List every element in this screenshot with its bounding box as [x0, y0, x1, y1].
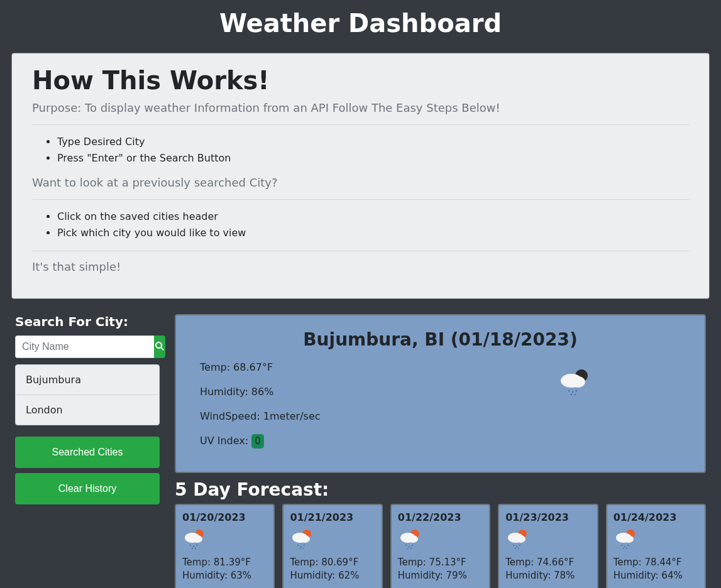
svg-point-21 — [304, 545, 305, 546]
svg-point-36 — [516, 546, 517, 547]
forecast-temp: Temp: 81.39°F — [182, 556, 267, 569]
divider — [32, 199, 689, 200]
svg-point-23 — [302, 548, 304, 549]
svg-point-47 — [626, 548, 627, 549]
list-item: Type Desired City — [57, 134, 689, 150]
instructions-steps-1: Type Desired City Press "Enter" or the S… — [57, 134, 689, 166]
svg-point-42 — [624, 535, 634, 543]
list-item: Press "Enter" or the Search Button — [57, 150, 689, 166]
svg-point-19 — [297, 545, 299, 546]
instructions-prev-heading: Want to look at a previously searched Ci… — [32, 176, 689, 189]
history-item[interactable]: London — [16, 395, 159, 425]
forecast-temp: Temp: 78.44°F — [614, 556, 698, 569]
svg-point-27 — [405, 545, 407, 546]
uv-badge: 0 — [251, 434, 264, 449]
svg-point-7 — [575, 394, 576, 395]
svg-point-29 — [412, 545, 413, 546]
svg-point-31 — [410, 548, 412, 549]
svg-point-34 — [515, 535, 526, 543]
search-icon — [155, 341, 165, 353]
current-weather-card: Bujumbura, BI (01/18/2023) Temp: 68.67°F… — [175, 314, 706, 473]
svg-point-45 — [627, 545, 629, 546]
forecast-title: 5 Day Forecast: — [175, 479, 706, 500]
svg-point-20 — [300, 546, 302, 547]
svg-point-37 — [519, 545, 520, 546]
clear-history-button[interactable]: Clear History — [15, 473, 160, 504]
city-search-input[interactable] — [15, 335, 154, 358]
forecast-date: 01/24/2023 — [614, 511, 698, 523]
svg-point-39 — [518, 548, 519, 549]
svg-point-14 — [192, 548, 193, 549]
sun-cloud-rain-icon — [290, 528, 375, 550]
svg-point-10 — [192, 535, 202, 543]
forecast-temp: Temp: 75.13°F — [398, 556, 483, 569]
forecast-date: 01/22/2023 — [398, 511, 483, 523]
sun-cloud-rain-icon — [182, 528, 267, 550]
svg-point-43 — [621, 545, 622, 546]
svg-point-5 — [576, 390, 577, 391]
forecast-card: 01/23/2023 Temp: 74.66°F Humidity: 78% — [498, 504, 598, 588]
forecast-date: 01/23/2023 — [505, 511, 590, 523]
current-windspeed: WindSpeed: 1meter/sec — [200, 410, 690, 422]
sidebar: Search For City: Bujumbura London Search… — [15, 314, 160, 509]
svg-point-11 — [190, 545, 191, 546]
forecast-temp: Temp: 74.66°F — [505, 556, 590, 569]
instructions-heading: How This Works! — [32, 66, 689, 95]
page-title: Weather Dashboard — [0, 0, 721, 49]
forecast-date: 01/20/2023 — [182, 511, 267, 523]
svg-point-2 — [571, 376, 585, 388]
forecast-date: 01/21/2023 — [290, 511, 375, 523]
instructions-card: How This Works! Purpose: To display weat… — [11, 53, 710, 299]
sun-cloud-rain-icon — [614, 528, 698, 550]
main-panel: Bujumbura, BI (01/18/2023) Temp: 68.67°F… — [175, 314, 706, 588]
history-item[interactable]: Bujumbura — [16, 365, 159, 395]
instructions-steps-2: Click on the saved cities header Pick wh… — [57, 209, 689, 241]
moon-cloud-rain-icon — [556, 367, 592, 397]
search-history-list: Bujumbura London — [15, 364, 160, 425]
current-uv: UV Index: 0 — [200, 435, 690, 447]
svg-point-26 — [408, 535, 418, 543]
svg-point-30 — [407, 548, 409, 549]
svg-point-4 — [572, 391, 573, 393]
forecast-card: 01/24/2023 Temp: 78.44°F Humidity: 64% — [606, 504, 706, 588]
svg-point-44 — [624, 546, 625, 547]
forecast-temp: Temp: 80.69°F — [290, 556, 375, 569]
svg-point-12 — [193, 546, 194, 547]
list-item: Pick which city you would like to view — [57, 225, 689, 241]
svg-point-46 — [623, 548, 624, 549]
svg-point-15 — [195, 548, 196, 549]
forecast-row: 01/20/2023 Temp: 81.39°F Humidity: 63% 0… — [175, 504, 706, 588]
forecast-card: 01/21/2023 Temp: 80.69°F Humidity: 62% — [282, 504, 382, 588]
svg-point-13 — [196, 545, 197, 546]
divider — [32, 124, 689, 125]
list-item: Click on the saved cities header — [57, 209, 689, 225]
forecast-humidity: Humidity: 79% — [398, 569, 483, 582]
instructions-closing: It's that simple! — [32, 260, 689, 273]
current-temp: Temp: 68.67°F — [200, 361, 690, 373]
sun-cloud-rain-icon — [505, 528, 590, 550]
svg-point-35 — [513, 545, 514, 546]
forecast-humidity: Humidity: 63% — [182, 569, 267, 582]
current-humidity: Humidity: 86% — [200, 386, 690, 398]
instructions-purpose: Purpose: To display weather Information … — [32, 101, 689, 114]
divider — [32, 251, 689, 251]
forecast-humidity: Humidity: 78% — [505, 569, 590, 582]
svg-point-18 — [300, 535, 310, 543]
search-label: Search For City: — [15, 314, 160, 329]
forecast-humidity: Humidity: 64% — [614, 569, 698, 582]
svg-point-6 — [571, 394, 572, 395]
searched-cities-button[interactable]: Searched Cities — [15, 437, 160, 468]
svg-point-22 — [299, 548, 300, 549]
sun-cloud-rain-icon — [398, 528, 483, 550]
search-button[interactable] — [154, 335, 165, 358]
svg-point-38 — [515, 548, 516, 549]
current-heading: Bujumbura, BI (01/18/2023) — [191, 329, 690, 350]
forecast-humidity: Humidity: 62% — [290, 569, 375, 582]
svg-point-28 — [409, 546, 410, 547]
forecast-card: 01/20/2023 Temp: 81.39°F Humidity: 63% — [175, 504, 275, 588]
svg-point-3 — [568, 390, 570, 391]
forecast-card: 01/22/2023 Temp: 75.13°F Humidity: 79% — [390, 504, 490, 588]
